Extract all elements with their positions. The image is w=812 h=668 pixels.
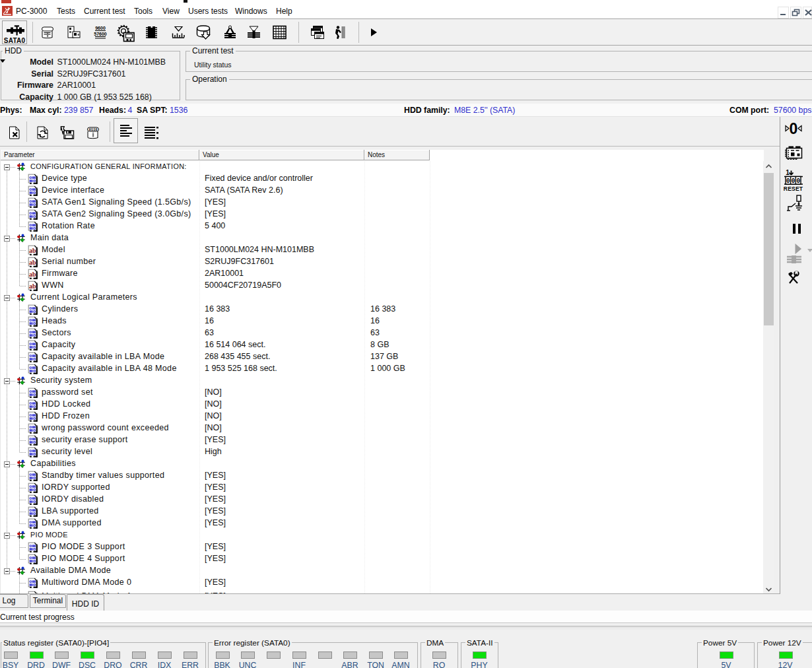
svg-text:0110: 0110 bbox=[88, 127, 97, 132]
svg-text:57600: 57600 bbox=[94, 32, 107, 36]
svg-text:0: 0 bbox=[796, 178, 800, 185]
svg-text:0: 0 bbox=[786, 178, 790, 185]
svg-text:1: 1 bbox=[786, 169, 790, 176]
svg-text:9600: 9600 bbox=[95, 26, 106, 30]
svg-text:0: 0 bbox=[791, 178, 795, 185]
svg-text:ab: ab bbox=[29, 247, 36, 254]
svg-text:RESET: RESET bbox=[784, 185, 803, 191]
svg-text:ab: ab bbox=[29, 271, 36, 278]
svg-text:0: 0 bbox=[790, 121, 798, 135]
svg-text:ab: ab bbox=[29, 283, 36, 290]
svg-text:ab: ab bbox=[29, 259, 36, 266]
